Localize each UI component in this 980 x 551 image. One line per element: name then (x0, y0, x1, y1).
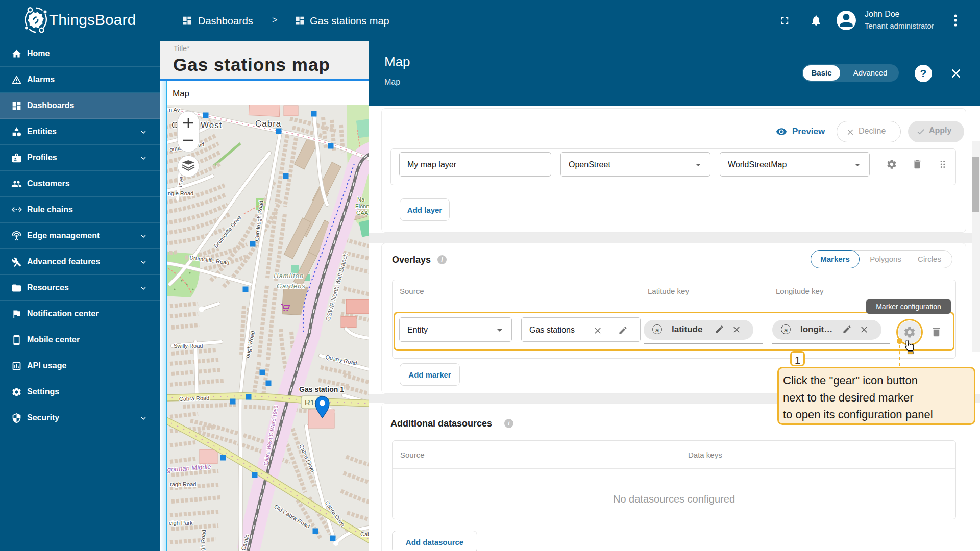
svg-text:Cabra: Cabra (255, 119, 281, 129)
svg-text:Na: Na (357, 196, 365, 203)
svg-text:Gas station 1: Gas station 1 (299, 385, 344, 393)
svg-text:Fionn: Fionn (355, 203, 369, 209)
svg-text:ngle Road: ngle Road (168, 190, 193, 196)
svg-text:eigh Park: eigh Park (169, 520, 193, 526)
svg-text:n Av: n Av (169, 107, 180, 113)
svg-text:Cabra Road: Cabra Road (179, 395, 210, 402)
svg-text:Cabra: Cabra (360, 531, 369, 537)
svg-text:ragh Road: ragh Road (170, 481, 196, 487)
svg-text:Gardens: Gardens (277, 282, 306, 290)
svg-text:Swilly Road: Swilly Road (174, 343, 203, 349)
svg-text:Hamilton: Hamilton (274, 272, 304, 280)
svg-text:GAA: GAA (356, 210, 369, 216)
